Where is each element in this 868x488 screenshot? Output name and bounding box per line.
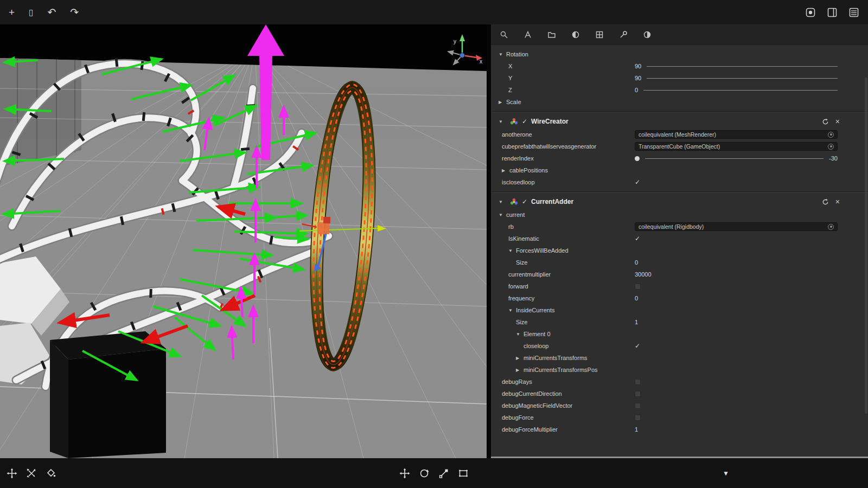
field-label: isclosedloop [502, 179, 535, 185]
section-divider [491, 111, 868, 112]
field-label: rb [508, 223, 514, 230]
component-header-currentadder[interactable]: ▼ ✓ CurrentAdder × [491, 195, 868, 209]
foldout-open-icon: ▼ [508, 248, 516, 253]
folder-icon[interactable] [547, 30, 556, 39]
sphere-icon[interactable] [571, 30, 580, 39]
section-divider [491, 191, 868, 192]
object-field[interactable]: coilequivalent (Rigidbody) [635, 222, 838, 231]
wrench-icon[interactable] [619, 30, 628, 39]
element0-foldout[interactable]: ▼ Element 0 [491, 328, 868, 340]
foldout-open-icon: ▼ [516, 332, 524, 337]
foldout-closed-icon: ▶ [516, 356, 524, 361]
field-cubeprefab: cubeprefabthatwillserveasgenerator Trans… [491, 140, 868, 152]
expand-icon[interactable] [26, 468, 37, 479]
size-value[interactable]: 1 [635, 319, 638, 325]
grid-icon[interactable] [595, 30, 604, 39]
checkbox-unchecked[interactable] [635, 284, 641, 290]
foldout-closed-icon: ▶ [499, 100, 506, 105]
forceswillbeadded-foldout[interactable]: ▼ ForcesWillBeAdded [491, 245, 868, 256]
device-icon[interactable]: ▯ [29, 8, 33, 16]
object-picker-icon[interactable] [828, 144, 834, 150]
top-toolbar-left: + ▯ ↶ ↷ [9, 7, 79, 17]
object-field[interactable]: coilequivalent (MeshRenderer) [635, 130, 838, 139]
minicurrentstransformspos-foldout[interactable]: ▶ miniCurrentsTransformsPos [491, 364, 868, 376]
x-slider[interactable] [647, 66, 838, 67]
cablepositions-foldout[interactable]: ▶ cablePositions [491, 164, 868, 176]
object-field[interactable]: TransparentCube (GameObject) [635, 142, 838, 151]
component-enabled-checkbox[interactable]: ✓ [522, 198, 527, 206]
bottom-toolbar: ▼ [0, 458, 868, 488]
y-value[interactable]: 90 [635, 75, 641, 81]
checkbox-checked[interactable]: ✓ [635, 235, 640, 242]
record-icon[interactable] [805, 7, 816, 18]
group-label: ForcesWillBeAdded [516, 247, 569, 254]
vertical-scrollbar[interactable] [865, 78, 867, 414]
current-foldout[interactable]: ▼ current [491, 209, 868, 221]
field-label: renderIndex [502, 155, 534, 162]
undo-icon[interactable]: ↶ [47, 7, 56, 17]
bottom-toolbar-tools [399, 468, 469, 479]
axis-y-label: y [454, 38, 456, 44]
layout-menu-icon[interactable] [848, 7, 859, 18]
paint-bucket-icon[interactable] [46, 468, 56, 479]
scene-canvas[interactable]: y x [0, 24, 487, 458]
object-picker-icon[interactable] [828, 132, 834, 138]
rotate-tool-icon[interactable] [419, 468, 430, 479]
minicurrentstransforms-foldout[interactable]: ▶ miniCurrentsTransforms [491, 352, 868, 364]
add-icon[interactable]: + [9, 7, 15, 17]
foldout-open-icon: ▼ [508, 308, 516, 313]
field-label: debugForce [502, 414, 534, 421]
checkbox-unchecked[interactable] [635, 403, 641, 409]
size-value[interactable]: 0 [635, 259, 638, 266]
inspector-body: ▼ Rotation X 90 Y 90 Z 0 ▶ Scale [491, 45, 868, 458]
foldout-open-icon[interactable]: ▼ [499, 119, 506, 124]
z-slider[interactable] [643, 90, 838, 91]
field-size: Size 0 [491, 256, 868, 268]
group-label: current [506, 211, 525, 218]
scale-tool-icon[interactable] [438, 468, 449, 479]
letter-a-icon[interactable] [524, 30, 532, 39]
remove-component-icon[interactable]: × [835, 118, 840, 125]
frequency-value[interactable]: 0 [635, 295, 638, 301]
debugforcemultiplier-value[interactable]: 1 [635, 426, 638, 433]
split-view-icon[interactable] [827, 7, 838, 18]
component-header-wirecreator[interactable]: ▼ ✓ WireCreator × [491, 114, 868, 129]
pan-icon[interactable] [7, 468, 17, 479]
x-value[interactable]: 90 [635, 63, 641, 69]
layer-dropdown-icon[interactable]: ▼ [723, 470, 729, 477]
checkbox-checked[interactable]: ✓ [635, 178, 640, 186]
field-label: cablePositions [509, 167, 548, 174]
contrast-icon[interactable] [643, 30, 652, 39]
reset-icon[interactable] [822, 118, 829, 125]
rotation-foldout[interactable]: ▼ Rotation [491, 48, 868, 60]
redo-icon[interactable]: ↷ [70, 7, 79, 17]
field-debugforce: debugForce [491, 412, 868, 423]
black-box [50, 331, 166, 458]
reset-icon[interactable] [822, 198, 829, 206]
renderindex-value[interactable]: -30 [829, 155, 838, 162]
checkbox-unchecked[interactable] [635, 379, 641, 385]
field-label: debugForceMultiplier [502, 426, 558, 433]
remove-component-icon[interactable]: × [835, 198, 840, 206]
field-isclosedloop: isclosedloop ✓ [491, 176, 868, 188]
checkbox-unchecked[interactable] [635, 391, 641, 397]
scale-foldout[interactable]: ▶ Scale [491, 96, 868, 108]
checkbox-checked[interactable]: ✓ [635, 342, 640, 350]
search-icon[interactable] [500, 30, 508, 39]
scene-viewport[interactable]: y x [0, 24, 487, 458]
component-enabled-checkbox[interactable]: ✓ [522, 118, 527, 125]
move-tool-icon[interactable] [399, 468, 410, 479]
field-label: Size [516, 259, 527, 266]
z-value[interactable]: 0 [635, 87, 638, 93]
top-toolbar: + ▯ ↶ ↷ [0, 0, 868, 24]
slider-handle[interactable] [635, 156, 640, 161]
renderindex-slider[interactable] [645, 158, 824, 159]
foldout-open-icon[interactable]: ▼ [499, 200, 506, 204]
rect-tool-icon[interactable] [458, 468, 469, 479]
object-picker-icon[interactable] [828, 224, 834, 230]
y-slider[interactable] [647, 78, 838, 79]
currentmultiplier-value[interactable]: 30000 [635, 271, 652, 278]
checkbox-unchecked[interactable] [635, 415, 641, 421]
insidecurrents-foldout[interactable]: ▼ InsideCurrents [491, 304, 868, 316]
component-name: WireCreator [531, 118, 569, 125]
